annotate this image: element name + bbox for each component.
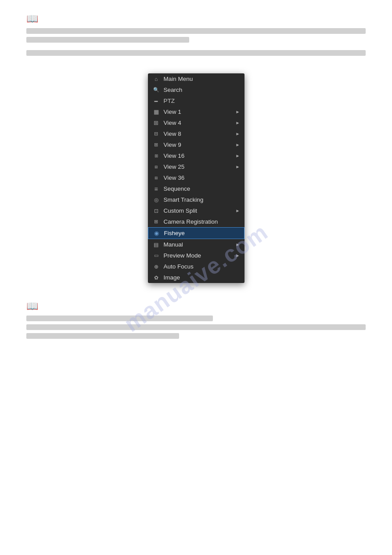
menu-item-view25[interactable]: View 25 ► (148, 161, 245, 172)
menu-item-auto-focus[interactable]: Auto Focus (148, 261, 245, 272)
menu-item-search[interactable]: Search (148, 84, 245, 95)
custom-split-icon (152, 208, 160, 214)
camera-registration-icon (152, 219, 160, 225)
view9-icon (152, 142, 160, 148)
menu-item-view1[interactable]: View 1 ► (148, 106, 245, 117)
bottom-note-section: 📖 (0, 296, 392, 339)
menu-label-custom-split: Custom Split (164, 207, 236, 214)
menu-label-view4: View 4 (164, 120, 236, 126)
menu-container: Main Menu Search PTZ View 1 ► View 4 ► V… (0, 73, 392, 283)
arrow-manual: ► (236, 242, 240, 247)
fisheye-icon (153, 230, 161, 236)
arrow-view25: ► (236, 164, 240, 169)
menu-item-manual[interactable]: Manual ► (148, 239, 245, 250)
top-text-bar-1 (26, 28, 366, 34)
menu-label-ptz: PTZ (164, 98, 240, 104)
menu-label-search: Search (164, 87, 240, 93)
auto-focus-icon (152, 264, 160, 270)
smart-tracking-icon (152, 197, 160, 203)
top-note-icon: 📖 (26, 13, 38, 25)
view8-icon (152, 131, 160, 137)
menu-label-auto-focus: Auto Focus (164, 263, 240, 270)
arrow-view9: ► (236, 142, 240, 147)
menu-item-preview-mode[interactable]: Preview Mode ► (148, 250, 245, 261)
arrow-preview-mode: ► (236, 253, 240, 258)
arrow-view4: ► (236, 120, 240, 125)
bottom-text-bar-3 (26, 333, 179, 339)
view16-icon (152, 153, 160, 159)
menu-item-view9[interactable]: View 9 ► (148, 139, 245, 150)
ptz-icon (152, 98, 160, 104)
menu-label-view9: View 9 (164, 141, 236, 148)
menu-item-view8[interactable]: View 8 ► (148, 128, 245, 139)
image-icon (152, 275, 160, 281)
menu-label-sequence: Sequence (164, 185, 240, 192)
menu-label-view25: View 25 (164, 163, 236, 170)
menu-item-main-menu[interactable]: Main Menu (148, 73, 245, 84)
menu-item-custom-split[interactable]: Custom Split ► (148, 205, 245, 216)
bottom-text-bar-1 (26, 316, 213, 321)
menu-item-view36[interactable]: View 36 (148, 172, 245, 183)
menu-label-fisheye: Fisheye (164, 230, 240, 236)
dropdown-menu: Main Menu Search PTZ View 1 ► View 4 ► V… (148, 73, 245, 283)
menu-label-image: Image (164, 274, 240, 281)
preview-mode-icon (152, 253, 160, 259)
menu-item-sequence[interactable]: Sequence (148, 183, 245, 194)
menu-item-view4[interactable]: View 4 ► (148, 117, 245, 128)
bottom-note-icon: 📖 (26, 301, 38, 312)
menu-label-main-menu: Main Menu (164, 76, 240, 82)
view25-icon (152, 164, 160, 170)
arrow-view1: ► (236, 109, 240, 114)
arrow-view8: ► (236, 131, 240, 136)
menu-item-ptz[interactable]: PTZ (148, 95, 245, 106)
top-text-bar-2 (26, 37, 189, 43)
menu-label-manual: Manual (164, 241, 236, 248)
view1-icon (152, 109, 160, 115)
bottom-text-bar-2 (26, 324, 366, 330)
arrow-custom-split: ► (236, 208, 240, 213)
menu-label-camera-registration: Camera Registration (164, 218, 240, 225)
menu-label-preview-mode: Preview Mode (164, 252, 236, 259)
menu-label-view16: View 16 (164, 152, 236, 159)
top-text-bar-3 (26, 50, 366, 56)
view4-icon (152, 120, 160, 126)
menu-label-smart-tracking: Smart Tracking (164, 196, 240, 203)
search-icon (152, 87, 160, 93)
manual-icon (152, 242, 160, 248)
menu-item-fisheye[interactable]: Fisheye (148, 227, 245, 239)
menu-label-view36: View 36 (164, 174, 240, 181)
menu-label-view8: View 8 (164, 131, 236, 137)
menu-item-view16[interactable]: View 16 ► (148, 150, 245, 161)
arrow-view16: ► (236, 153, 240, 158)
home-icon (152, 76, 160, 82)
sequence-icon (152, 186, 160, 192)
menu-label-view1: View 1 (164, 109, 236, 115)
menu-item-camera-registration[interactable]: Camera Registration (148, 216, 245, 227)
top-note-section: 📖 (0, 0, 392, 56)
menu-item-image[interactable]: Image (148, 272, 245, 283)
view36-icon (152, 175, 160, 181)
menu-item-smart-tracking[interactable]: Smart Tracking (148, 194, 245, 205)
